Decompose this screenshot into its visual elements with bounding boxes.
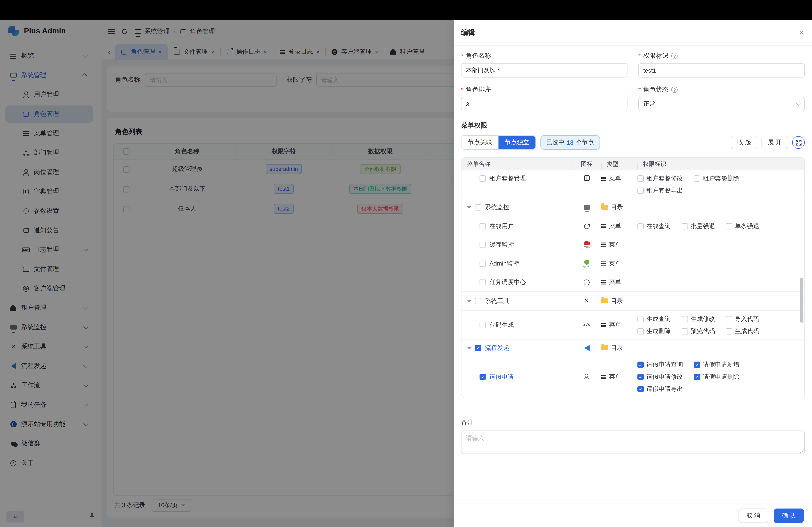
selected-count-badge: 已选中 13 个节点	[540, 135, 600, 150]
field-role-sort: *角色排序	[461, 86, 627, 111]
help-icon[interactable]: ?	[671, 53, 678, 59]
online-icon	[583, 223, 590, 229]
app-root: Plus Admin 概览 系统管理 用户管理 角色管理 菜单管理 部门管理 岗…	[0, 0, 812, 527]
drawer-footer: 取 消 确 认	[454, 503, 812, 527]
menu-permission-toolbar: 节点关联 节点独立 已选中 13 个节点 收 起 展 开	[461, 135, 805, 150]
perm-checkbox-item[interactable]: 请假申请修改	[637, 373, 683, 381]
menu-type-icon	[601, 261, 606, 266]
perm-checkbox-item[interactable]: 批量强退	[682, 222, 715, 230]
tree-row: 系统监控 目录	[462, 197, 804, 217]
collapse-all-button[interactable]: 收 起	[731, 136, 758, 149]
tree-checkbox[interactable]	[475, 204, 481, 210]
tree-checkbox[interactable]	[480, 241, 486, 248]
perm-checkbox-item[interactable]: 租户套餐修改	[637, 175, 683, 183]
expand-arrow-icon[interactable]	[467, 206, 472, 209]
perm-checkbox-item[interactable]: 请假申请查询	[637, 361, 683, 369]
tree-checkbox[interactable]	[480, 374, 486, 380]
role-sort-input[interactable]	[461, 97, 627, 111]
tree-row: 系统工具 ✕ 目录	[462, 292, 804, 311]
tree-row: 流程发起 目录	[462, 340, 804, 356]
perm-checkbox-item[interactable]: 租户套餐删除	[694, 175, 739, 183]
package-icon	[583, 175, 590, 181]
selected-count: 13	[567, 139, 574, 146]
tree-row: 租户套餐管理 菜单 租户套餐修改 租户套餐删除 租户套餐导出	[462, 170, 804, 197]
tree-row: 任务调度中心 菜单	[462, 273, 804, 292]
tree-header: 菜单名称 图标 类型 权限标识	[462, 158, 804, 170]
field-role-name: *角色名称	[461, 52, 627, 77]
drawer-title: 编辑	[461, 28, 475, 37]
menu-type-icon	[601, 280, 606, 284]
modal-overlay[interactable]	[0, 20, 454, 527]
fullscreen-expand-button[interactable]	[792, 136, 805, 149]
drawer-header: 编辑 ×	[454, 20, 812, 46]
tree-checkbox[interactable]	[480, 223, 486, 229]
expand-arrow-icon[interactable]	[467, 300, 472, 302]
menu-permission-label: 菜单权限	[461, 121, 805, 130]
node-independent-option[interactable]: 节点独立	[498, 136, 535, 149]
confirm-button[interactable]: 确 认	[774, 508, 804, 523]
role-name-input[interactable]	[461, 63, 627, 77]
schedule-clock-icon	[583, 279, 590, 286]
close-icon[interactable]: ×	[799, 28, 804, 37]
tree-checkbox[interactable]	[480, 260, 486, 267]
perm-checkbox-item[interactable]: 请假申请删除	[694, 373, 739, 381]
perm-checkbox-item[interactable]: 生成查询	[637, 315, 671, 323]
leave-user-icon	[583, 374, 590, 380]
expand-all-button[interactable]: 展 开	[762, 136, 788, 149]
top-black-bar	[0, 0, 812, 20]
tree-row: 缓存监控 redis 菜单	[462, 235, 804, 254]
menu-type-icon	[601, 177, 606, 181]
tree-row: Admin监控 spring 菜单	[462, 254, 804, 273]
redis-icon	[584, 241, 590, 245]
perm-checkbox-item[interactable]: 单条强退	[726, 222, 759, 230]
note-textarea[interactable]	[461, 431, 805, 454]
tree-row: 代码生成 </> 菜单 生成查询 生成修改 导入代码 生成删除 预览代码 生成代…	[462, 311, 804, 340]
spring-icon	[584, 259, 589, 265]
chevron-down-icon	[796, 101, 801, 106]
folder-icon	[601, 345, 608, 350]
perm-checkbox-item[interactable]: 生成修改	[682, 315, 715, 323]
field-perm-key: *权限标识?	[638, 52, 805, 77]
menu-type-icon	[601, 224, 606, 228]
menu-type-icon	[601, 243, 606, 246]
vscode-icon	[583, 344, 590, 351]
perm-checkbox-item[interactable]: 请假申请新增	[694, 361, 739, 369]
note-label: 备注	[461, 419, 805, 427]
drawer-body: *角色名称 *权限标识? *角色排序 *角色状态? 正常	[454, 46, 812, 503]
tree-row: 请假申请 菜单 请假申请查询 请假申请新增 请假申请修改 请假申请删除 请假申请…	[462, 356, 804, 398]
menu-type-icon	[601, 323, 606, 327]
field-role-status: *角色状态? 正常	[638, 86, 805, 111]
node-mode-segmented: 节点关联 节点独立	[461, 135, 536, 150]
menu-type-icon	[601, 375, 606, 379]
perm-checkbox-item[interactable]: 生成删除	[637, 327, 671, 335]
perm-checkbox-item[interactable]: 请假申请导出	[637, 385, 683, 393]
tree-checkbox[interactable]	[475, 345, 481, 351]
folder-icon	[601, 205, 608, 210]
folder-icon	[601, 298, 608, 303]
cancel-button[interactable]: 取 消	[738, 508, 768, 523]
perm-checkbox-item[interactable]: 导入代码	[726, 315, 759, 323]
code-icon: </>	[583, 322, 590, 328]
perm-checkbox-item[interactable]: 租户套餐导出	[637, 187, 683, 195]
tree-checkbox[interactable]	[480, 279, 486, 285]
menu-permission-tree: 菜单名称 图标 类型 权限标识 租户套餐管理 菜单 租户套餐修改 租户套餐删除 …	[461, 157, 805, 398]
tree-row: 在线用户 菜单 在线查询 批量强退 单条强退	[462, 217, 804, 235]
tree-checkbox[interactable]	[475, 298, 481, 304]
perm-checkbox-item[interactable]: 在线查询	[637, 222, 671, 230]
edit-drawer: 编辑 × *角色名称 *权限标识? *角色排序 *角色状态?	[454, 20, 812, 527]
tree-scrollbar-thumb[interactable]	[800, 278, 803, 323]
perm-key-input[interactable]	[638, 63, 805, 77]
perm-checkbox-item[interactable]: 生成代码	[726, 327, 759, 335]
expand-arrow-icon[interactable]	[467, 346, 472, 349]
role-status-select[interactable]: 正常	[638, 97, 805, 111]
tree-checkbox[interactable]	[480, 322, 486, 328]
node-linked-option[interactable]: 节点关联	[462, 136, 498, 149]
perm-checkbox-item[interactable]: 预览代码	[682, 327, 715, 335]
tools-icon: ✕	[583, 298, 590, 304]
monitor-filled-icon	[583, 204, 590, 211]
tree-checkbox[interactable]	[480, 175, 486, 182]
help-icon[interactable]: ?	[671, 87, 678, 93]
